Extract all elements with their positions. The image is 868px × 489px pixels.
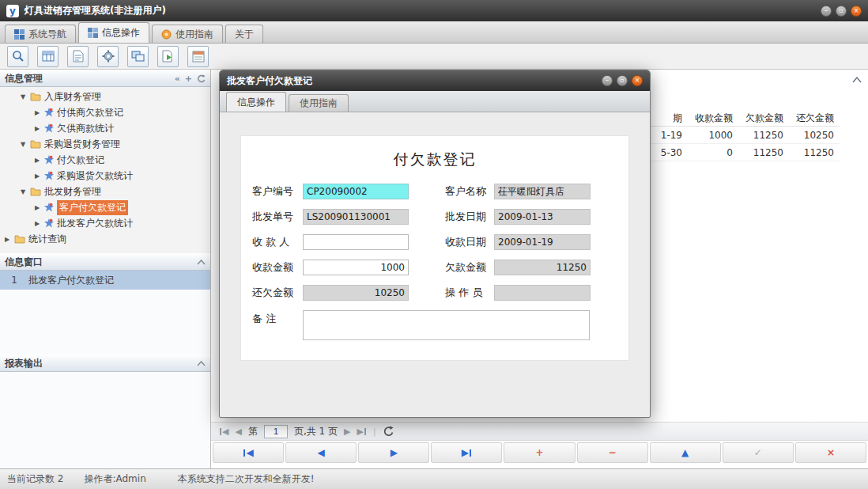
info-window-list: 1 批发客户付欠款登记 [0,271,210,354]
tree-item-label[interactable]: 入库财务管理 [44,90,101,104]
tab-info-operation[interactable]: 信息操作 [78,22,149,43]
page-label-prefix: 第 [248,425,258,438]
tree-folder-statistics-query[interactable]: ▶ 统计查询 [0,231,210,247]
records-table: 期 收款金额 欠款金额 还欠金额 1-19 1000 11250 10250 5… [651,109,840,161]
tab-user-guide[interactable]: 使用指南 [152,25,223,43]
wholesale-date-input[interactable] [494,209,591,225]
customer-name-input[interactable] [494,184,591,199]
caret-right-icon[interactable]: ▶ [33,109,41,116]
windows-tool-button[interactable] [127,46,149,67]
prev-page-icon[interactable]: ◀ [235,426,241,437]
last-page-icon[interactable]: ▶ [357,426,366,437]
dialog-tab-info-operation[interactable]: 信息操作 [226,92,286,112]
remark-field[interactable] [303,310,590,340]
tree-folder-purchase-return-finance[interactable]: ▼ 采购退货财务管理 [0,136,210,152]
customer-id-input[interactable] [303,184,409,199]
caret-down-icon[interactable]: ▼ [19,141,27,148]
info-window-row[interactable]: 1 批发客户付欠款登记 [0,271,210,290]
page-input[interactable] [264,425,288,438]
column-header[interactable]: 还欠金额 [790,109,840,127]
first-record-button[interactable]: ◀ [213,442,284,463]
system-message-label: 本系统支持二次开发和全新开发! [178,472,315,486]
tree-item-label[interactable]: 付欠款登记 [57,154,104,167]
chevron-up-icon[interactable] [197,260,206,265]
tree-folder-wholesale-finance[interactable]: ▼ 批发财务管理 [0,184,210,199]
tree-item-label[interactable]: 批发客户欠款统计 [57,217,133,230]
table-tool-button[interactable] [37,46,58,67]
panel-title: 信息窗口 [5,256,43,269]
first-page-icon[interactable]: ◀ [219,426,228,437]
confirm-record-button[interactable]: ✓ [723,442,794,463]
chevron-up-icon[interactable] [197,361,206,366]
cancel-record-button[interactable]: × [795,442,866,463]
gear-icon [102,50,115,63]
caret-right-icon[interactable]: ▶ [33,125,41,132]
tree-item-pay-supplier-debt[interactable]: ▶ 付供商欠款登记 [0,104,210,120]
tree-item-label-selected[interactable]: 客户付欠款登记 [57,200,128,215]
tree-item-label[interactable]: 统计查询 [28,233,66,246]
tree-item-purchase-return-debt-stats[interactable]: ▶ 采购退货欠款统计 [0,168,210,184]
record-nav-row: ◀ ◀ ▶ ▶ + − ▲ ✓ × [213,442,866,463]
caret-right-icon[interactable]: ▶ [33,220,41,227]
last-record-button[interactable]: ▶ [431,442,502,463]
minimize-button[interactable]: – [821,6,832,17]
tree-item-label[interactable]: 批发财务管理 [44,185,101,199]
tab-about[interactable]: 关于 [225,25,263,43]
search-tool-button[interactable] [7,46,28,67]
wholesale-no-input[interactable] [303,209,409,225]
maximize-button[interactable]: ▫ [836,6,847,17]
close-button[interactable]: × [851,6,862,17]
delete-record-button[interactable]: − [577,442,648,463]
caret-right-icon[interactable]: ▶ [33,204,41,211]
caret-right-icon[interactable]: ▶ [33,172,41,180]
debt-amount-input[interactable] [494,260,591,275]
report-tool-button[interactable] [187,46,209,67]
document-tool-button[interactable] [67,46,89,67]
column-header[interactable]: 期 [651,109,689,127]
panel-collapse-button[interactable] [852,74,862,85]
tree-item-label[interactable]: 付供商欠款登记 [57,106,123,119]
tree-item-label[interactable]: 采购退货欠款统计 [57,169,133,183]
dialog-close-button[interactable]: × [632,75,643,86]
payee-input[interactable] [303,234,409,250]
operator-input[interactable] [494,285,591,301]
edit-record-button[interactable]: ▲ [650,442,721,463]
tree-item-pay-debt-register[interactable]: ▶ 付欠款登记 [0,152,210,168]
expand-all-icon[interactable]: + [185,74,192,84]
column-header[interactable]: 收款金额 [689,109,739,127]
remaining-debt-input[interactable] [303,285,409,301]
column-header[interactable]: 欠款金额 [739,109,790,127]
caret-down-icon[interactable]: ▼ [19,188,27,195]
refresh-icon[interactable] [197,74,206,83]
dialog-maximize-button[interactable]: ▫ [617,75,628,86]
record-count-label: 当前记录数 2 [7,472,63,486]
caret-right-icon[interactable]: ▶ [33,157,41,164]
info-window-panel-header[interactable]: 信息窗口 [0,253,210,271]
dialog-tab-user-guide[interactable]: 使用指南 [289,94,349,112]
export-tool-button[interactable] [157,46,179,67]
caret-right-icon[interactable]: ▶ [3,236,11,243]
tree-item-wholesale-customer-debt-stats[interactable]: ▶ 批发客户欠款统计 [0,215,210,231]
prev-record-button[interactable]: ◀ [285,442,357,463]
row-index: 1 [0,275,28,286]
tree-item-owed-supplier-stats[interactable]: ▶ 欠供商款统计 [0,120,210,136]
table-row[interactable]: 1-19 1000 11250 10250 [651,127,840,144]
table-row[interactable]: 5-30 0 11250 11250 [651,144,840,161]
tree-folder-inbound-finance[interactable]: ▼ 入库财务管理 [0,89,210,104]
receive-amount-input[interactable] [303,260,409,275]
tab-system-navigation[interactable]: 系统导航 [5,25,76,43]
add-record-button[interactable]: + [504,442,575,463]
info-management-panel-header[interactable]: 信息管理 « + [0,70,210,87]
collapse-left-icon[interactable]: « [175,74,180,84]
tree-item-label[interactable]: 采购退货财务管理 [44,138,120,151]
caret-down-icon[interactable]: ▼ [19,93,27,100]
settings-tool-button[interactable] [97,46,119,67]
dialog-minimize-button[interactable]: – [602,75,613,86]
report-output-panel-header[interactable]: 报表输出 [0,354,210,372]
receive-date-input[interactable] [494,234,591,250]
tree-item-label[interactable]: 欠供商款统计 [57,122,114,135]
tree-item-customer-pay-debt-register[interactable]: ▶ 客户付欠款登记 [0,199,210,215]
refresh-icon[interactable] [383,426,394,437]
next-page-icon[interactable]: ▶ [344,426,350,437]
next-record-button[interactable]: ▶ [358,442,429,463]
